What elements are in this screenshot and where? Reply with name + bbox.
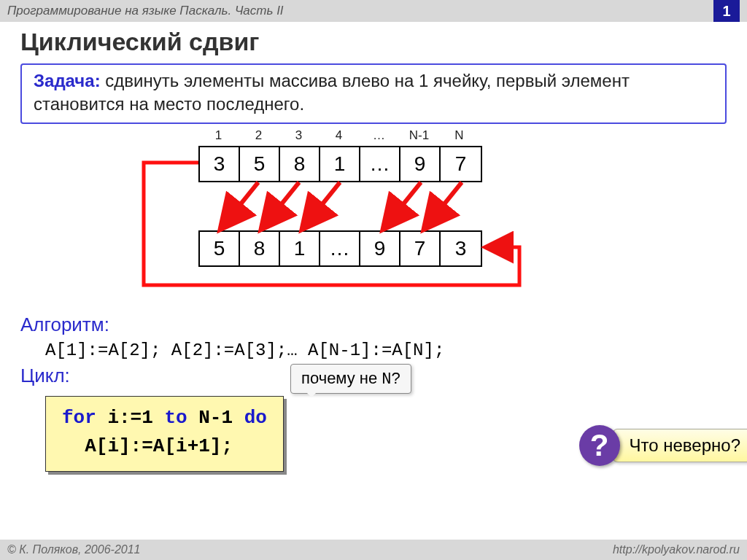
task-label: Задача: <box>34 71 101 90</box>
callout-why-not-n: почему не N? <box>290 364 411 394</box>
array-shift-diagram: 1 2 3 4 … N-1 N 3 5 8 1 … 9 7 5 8 1 … 9 … <box>111 128 636 303</box>
question-callout: ? Что неверно? <box>579 425 747 466</box>
svg-line-1 <box>263 182 299 228</box>
question-icon: ? <box>579 425 620 466</box>
task-text: сдвинуть элементы массива влево на 1 яче… <box>34 71 630 114</box>
array-after: 5 8 1 … 9 7 3 <box>198 230 482 267</box>
page-number: 1 <box>713 0 740 22</box>
index-row: 1 2 3 4 … N-1 N <box>198 128 479 143</box>
slide-header: Программирование на языке Паскаль. Часть… <box>0 0 747 22</box>
svg-line-0 <box>222 182 258 228</box>
footer-right: http://kpolyakov.narod.ru <box>613 543 740 556</box>
header-subject: Программирование на языке Паскаль. Часть… <box>7 4 284 18</box>
footer-left: © К. Поляков, 2006-2011 <box>7 543 140 556</box>
array-before: 3 5 8 1 … 9 7 <box>198 146 482 182</box>
svg-line-4 <box>425 182 462 228</box>
loop-code-box: for i:=1 to N-1 do A[i]:=A[i+1]; <box>45 396 284 472</box>
svg-line-3 <box>384 182 421 228</box>
slide-footer: © К. Поляков, 2006-2011 http://kpolyakov… <box>0 540 747 560</box>
task-block: Задача: сдвинуть элементы массива влево … <box>20 63 727 124</box>
algorithm-label: Алгоритм: <box>20 314 727 336</box>
slide-title: Циклический сдвиг <box>20 28 727 56</box>
svg-line-2 <box>303 182 340 228</box>
algorithm-code: A[1]:=A[2]; A[2]:=A[3];… A[N-1]:=A[N]; <box>45 341 727 360</box>
question-text: Что неверно? <box>613 429 747 462</box>
